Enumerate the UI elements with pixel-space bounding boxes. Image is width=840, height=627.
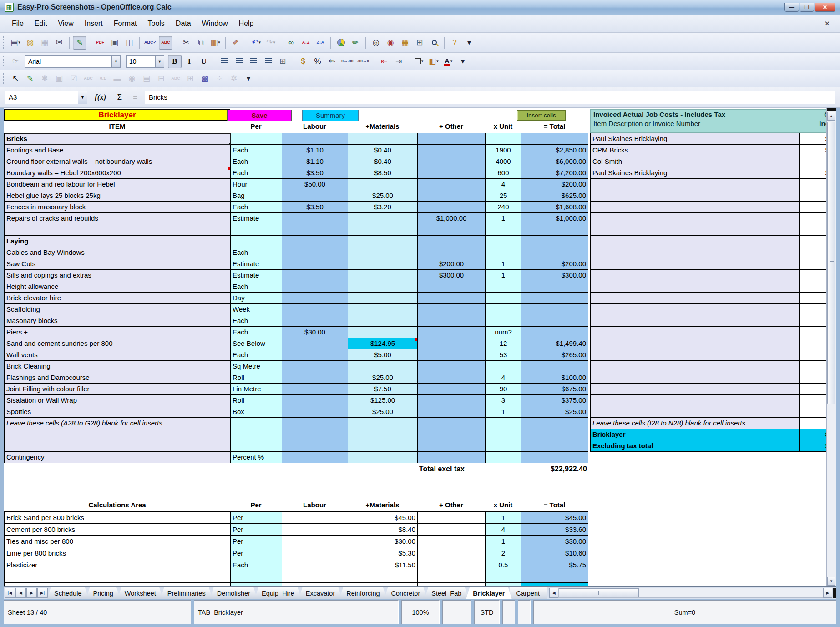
cell-invoice-description[interactable]: Leave these cells (I28 to N28) blank for…: [591, 418, 800, 429]
cell-item[interactable]: Wall vents: [5, 349, 231, 361]
tab-carpent[interactable]: Carpent: [510, 587, 548, 599]
cell-invoice-description[interactable]: Excluding tax total: [591, 440, 800, 452]
column-header-total[interactable]: = Total: [521, 500, 588, 511]
first-sheet-icon[interactable]: |◀: [5, 588, 15, 598]
cell-materials[interactable]: [348, 258, 418, 270]
cell-per[interactable]: [231, 571, 282, 583]
cell-unit[interactable]: [486, 583, 521, 587]
cell-total[interactable]: $45.00: [521, 512, 588, 524]
last-sheet-icon[interactable]: ▶|: [37, 588, 48, 598]
cell-item[interactable]: Sills and copings and extras: [5, 270, 231, 281]
cell-invoice-description[interactable]: [591, 338, 800, 349]
cell-materials[interactable]: $5.30: [348, 547, 418, 559]
open-folder-icon[interactable]: ▨: [23, 36, 37, 50]
cell-labour[interactable]: [282, 384, 348, 395]
split-handle[interactable]: [833, 588, 836, 598]
tab-preliminaries[interactable]: Preliminaries: [161, 587, 213, 599]
cell-total[interactable]: [521, 304, 588, 315]
cell-labour[interactable]: [282, 270, 348, 281]
cell-item[interactable]: Fences in masonary block: [5, 202, 231, 213]
cell-unit[interactable]: [486, 281, 521, 293]
cell-other[interactable]: [418, 167, 486, 179]
cell-per[interactable]: Each: [231, 145, 282, 156]
cell-other[interactable]: [418, 190, 486, 202]
cell-item[interactable]: Brick Cleaning: [5, 361, 231, 372]
cell-other[interactable]: [418, 512, 486, 524]
cell-other[interactable]: [418, 384, 486, 395]
styles-and-formatting-icon[interactable]: ☞: [9, 55, 22, 68]
equals-icon[interactable]: =: [129, 92, 141, 103]
cell-per[interactable]: [231, 429, 282, 440]
cell-labour[interactable]: $3.50: [282, 167, 348, 179]
toolbar-overflow-icon[interactable]: ▾: [456, 55, 470, 68]
hyperlink-icon[interactable]: ∞: [284, 36, 298, 50]
previous-sheet-icon[interactable]: ◀: [15, 588, 26, 598]
cell-materials[interactable]: [348, 133, 418, 145]
cell-materials[interactable]: [348, 418, 418, 429]
cell-item[interactable]: Scaffolding: [5, 304, 231, 315]
cell-unit[interactable]: [486, 293, 521, 304]
cell-item[interactable]: Boundary walls – Hebel 200x600x200: [5, 167, 231, 179]
cell-invoice-description[interactable]: [591, 395, 800, 406]
cell-materials[interactable]: $30.00: [348, 536, 418, 547]
cell-materials[interactable]: [348, 213, 418, 224]
tab-worksheet[interactable]: Worksheet: [118, 587, 163, 599]
cell-unit[interactable]: 1: [486, 213, 521, 224]
cell-total[interactable]: $200.00: [521, 258, 588, 270]
cell-unit[interactable]: [486, 418, 521, 429]
chevron-down-icon[interactable]: ▼: [111, 56, 120, 67]
cell-unit[interactable]: 4: [486, 372, 521, 384]
menu-data[interactable]: Data: [170, 18, 197, 30]
cell-total[interactable]: $675.00: [521, 384, 588, 395]
cell-item[interactable]: Ground floor external walls – not bounda…: [5, 156, 231, 167]
cell-invoice-description[interactable]: [591, 213, 800, 224]
cell-unit[interactable]: [486, 133, 521, 145]
cell-per[interactable]: Each: [231, 167, 282, 179]
sort-ascending-icon[interactable]: A↓Z: [299, 36, 313, 50]
print-icon[interactable]: ▣: [108, 36, 121, 50]
undo-icon[interactable]: ↶▾: [249, 36, 263, 50]
cell-per[interactable]: Each: [231, 247, 282, 258]
insert-mode-panel[interactable]: STD: [474, 600, 500, 624]
cell-item[interactable]: Sisalation or Wall Wrap: [5, 395, 231, 406]
cell-item[interactable]: Spotties: [5, 406, 231, 418]
draw-functions-icon[interactable]: ✏: [349, 36, 362, 50]
cell-per[interactable]: Bag: [231, 190, 282, 202]
cell-materials[interactable]: [348, 270, 418, 281]
cell-total[interactable]: $7,200.00: [521, 167, 588, 179]
cell-other[interactable]: [418, 349, 486, 361]
cell-item[interactable]: Footings and Base: [5, 145, 231, 156]
cell-unit[interactable]: [486, 429, 521, 440]
tab-schedule[interactable]: Schedule: [47, 587, 88, 599]
toolbar-grip[interactable]: [3, 73, 5, 84]
menu-view[interactable]: View: [52, 18, 79, 30]
cell-item[interactable]: Masonary blocks: [5, 315, 231, 327]
column-header-other[interactable]: + Other: [417, 121, 485, 133]
cell-total[interactable]: $124.95: [521, 583, 588, 587]
cell-item[interactable]: Flashings and Dampcourse: [5, 372, 231, 384]
cell-invoice-description[interactable]: [591, 349, 800, 361]
cell-labour[interactable]: [282, 418, 348, 429]
cell-labour[interactable]: $3.50: [282, 202, 348, 213]
cell-other[interactable]: [418, 315, 486, 327]
cell-invoice-description[interactable]: CPM Bricks: [591, 145, 800, 156]
cell-item[interactable]: Brick Sand per 800 bricks: [5, 512, 231, 524]
cell-unit[interactable]: 12: [486, 338, 521, 349]
cell-per[interactable]: Each: [231, 559, 282, 571]
next-sheet-icon[interactable]: ▶: [26, 588, 37, 598]
export-pdf-icon[interactable]: PDF: [93, 36, 107, 50]
status-panel[interactable]: [502, 600, 515, 624]
cell-materials[interactable]: $11.50: [348, 559, 418, 571]
cell-other[interactable]: [418, 145, 486, 156]
cell-labour[interactable]: [282, 224, 348, 236]
cell-labour[interactable]: $30.00: [282, 327, 348, 338]
vertical-scroll-thumb[interactable]: [827, 122, 835, 404]
cell-materials[interactable]: [348, 179, 418, 190]
cell-total[interactable]: [521, 293, 588, 304]
cell-total[interactable]: $375.00: [521, 395, 588, 406]
cell-unit[interactable]: 1: [486, 536, 521, 547]
cell-materials[interactable]: [348, 327, 418, 338]
cell-per[interactable]: Per: [231, 512, 282, 524]
cell-invoice-description[interactable]: [591, 236, 800, 247]
cell-total[interactable]: $265.00: [521, 349, 588, 361]
